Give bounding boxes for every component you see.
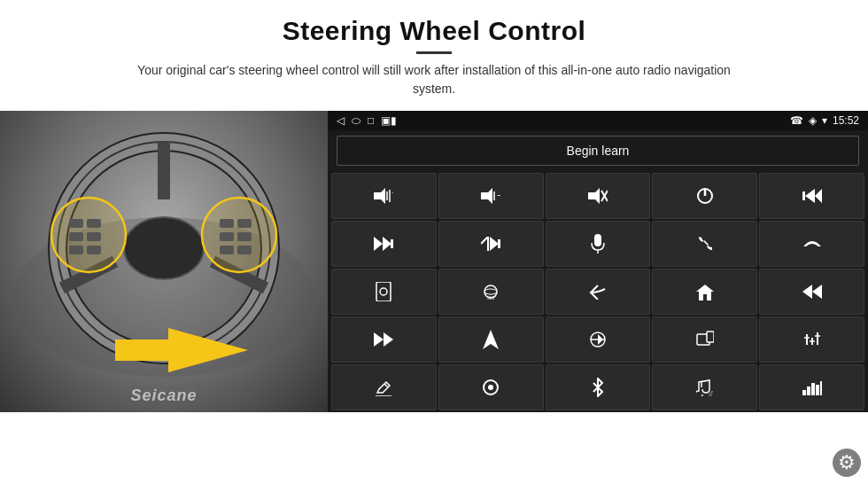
- svg-rect-45: [498, 239, 500, 248]
- svg-rect-13: [69, 246, 83, 254]
- svg-point-7: [124, 217, 204, 279]
- svg-marker-37: [805, 189, 815, 203]
- svg-text:+: +: [391, 189, 393, 197]
- rewind-button[interactable]: [759, 269, 864, 315]
- svg-rect-41: [391, 239, 393, 248]
- svg-rect-78: [802, 390, 806, 395]
- skip-forward-button[interactable]: [438, 221, 544, 267]
- subtitle: Your original car's steering wheel contr…: [124, 61, 744, 98]
- svg-marker-58: [483, 330, 499, 349]
- svg-rect-9: [69, 219, 83, 228]
- title-divider: [416, 51, 452, 54]
- svg-marker-54: [812, 285, 822, 299]
- svg-text:*: *: [711, 390, 713, 395]
- svg-marker-55: [802, 285, 812, 299]
- svg-rect-23: [115, 340, 170, 361]
- header-section: Steering Wheel Control Your original car…: [0, 0, 868, 105]
- phone-settings-button[interactable]: [331, 269, 437, 315]
- svg-text:−: −: [497, 191, 500, 200]
- notification-icon: ▣▮: [381, 114, 397, 127]
- call-status-icon: ☎: [790, 114, 803, 127]
- wifi-icon: ◈: [809, 114, 817, 127]
- svg-line-42: [481, 237, 488, 244]
- edit-button[interactable]: [331, 364, 437, 410]
- svg-rect-80: [811, 383, 815, 395]
- svg-marker-53: [696, 285, 714, 301]
- svg-rect-81: [816, 385, 819, 395]
- watermark: Seicane: [130, 386, 197, 405]
- home-nav-button[interactable]: [652, 269, 757, 315]
- fast-forward-button[interactable]: [331, 316, 437, 363]
- power-button[interactable]: [652, 173, 757, 219]
- content-area: Seicane ◁ ⬭ □ ▣▮ ☎ ◈ ▾ 15:52: [0, 111, 868, 454]
- status-right: ☎ ◈ ▾ 15:52: [790, 114, 859, 127]
- hang-up-button[interactable]: [759, 221, 864, 267]
- begin-learn-row: Begin learn: [328, 130, 868, 171]
- svg-rect-17: [237, 219, 252, 228]
- svg-rect-46: [594, 234, 601, 246]
- camera-360-button[interactable]: 360°: [438, 269, 544, 315]
- svg-marker-31: [588, 188, 600, 204]
- gear-icon[interactable]: ⚙: [833, 449, 861, 477]
- svg-rect-10: [87, 219, 101, 228]
- svg-line-71: [384, 384, 388, 387]
- next-button[interactable]: [331, 221, 437, 267]
- mic-button[interactable]: [546, 221, 651, 267]
- circle-button[interactable]: [438, 364, 544, 410]
- back-icon: ◁: [337, 114, 345, 127]
- svg-rect-64: [707, 332, 714, 342]
- recent-icon: □: [368, 114, 374, 127]
- svg-rect-36: [802, 191, 805, 200]
- svg-rect-12: [87, 232, 101, 241]
- back-nav-button[interactable]: [546, 269, 651, 315]
- equalizer-button[interactable]: [759, 316, 864, 363]
- signal-status-icon: ▾: [822, 114, 827, 127]
- time-display: 15:52: [833, 114, 859, 127]
- status-left: ◁ ⬭ □ ▣▮: [337, 114, 397, 127]
- svg-marker-56: [374, 332, 384, 347]
- svg-text:360°: 360°: [487, 295, 496, 301]
- begin-learn-button[interactable]: Begin learn: [337, 136, 859, 166]
- svg-marker-61: [598, 334, 603, 345]
- svg-rect-20: [220, 246, 234, 254]
- svg-marker-38: [815, 189, 822, 203]
- bars-button[interactable]: [759, 364, 864, 410]
- svg-rect-16: [220, 219, 234, 228]
- page-title: Steering Wheel Control: [35, 16, 833, 46]
- svg-marker-44: [490, 237, 499, 251]
- swap-button[interactable]: [546, 316, 651, 363]
- svg-rect-18: [220, 232, 234, 241]
- bluetooth-button[interactable]: [546, 364, 651, 410]
- svg-rect-21: [237, 246, 252, 254]
- svg-marker-57: [384, 332, 393, 347]
- button-grid: + −: [328, 171, 868, 412]
- svg-rect-79: [807, 386, 810, 395]
- mute-button[interactable]: [546, 173, 651, 219]
- status-bar: ◁ ⬭ □ ▣▮ ☎ ◈ ▾ 15:52: [328, 111, 868, 130]
- svg-point-49: [380, 288, 387, 295]
- vol-up-button[interactable]: +: [331, 173, 437, 219]
- prev-skip-button[interactable]: [759, 173, 864, 219]
- svg-marker-40: [383, 237, 391, 251]
- control-panel: ◁ ⬭ □ ▣▮ ☎ ◈ ▾ 15:52 Begin learn: [328, 111, 868, 412]
- svg-marker-39: [374, 237, 383, 251]
- svg-rect-48: [376, 282, 391, 301]
- vol-down-button[interactable]: −: [438, 173, 544, 219]
- svg-rect-14: [87, 246, 101, 254]
- svg-rect-19: [237, 232, 252, 241]
- music-button[interactable]: ♫*: [652, 364, 757, 410]
- svg-marker-28: [481, 188, 492, 204]
- svg-point-74: [488, 385, 493, 390]
- steering-image: Seicane: [0, 111, 328, 412]
- svg-marker-24: [374, 188, 385, 204]
- svg-rect-82: [820, 381, 822, 395]
- steering-bg: Seicane: [0, 111, 328, 412]
- home-icon: ⬭: [352, 114, 360, 127]
- media-source-button[interactable]: [652, 316, 757, 363]
- svg-rect-11: [69, 232, 83, 241]
- svg-point-51: [484, 289, 497, 294]
- bottom-bar: ⚙: [0, 454, 868, 484]
- page-wrapper: Steering Wheel Control Your original car…: [0, 0, 868, 484]
- navigation-button[interactable]: [438, 316, 544, 363]
- call-button[interactable]: [652, 221, 757, 267]
